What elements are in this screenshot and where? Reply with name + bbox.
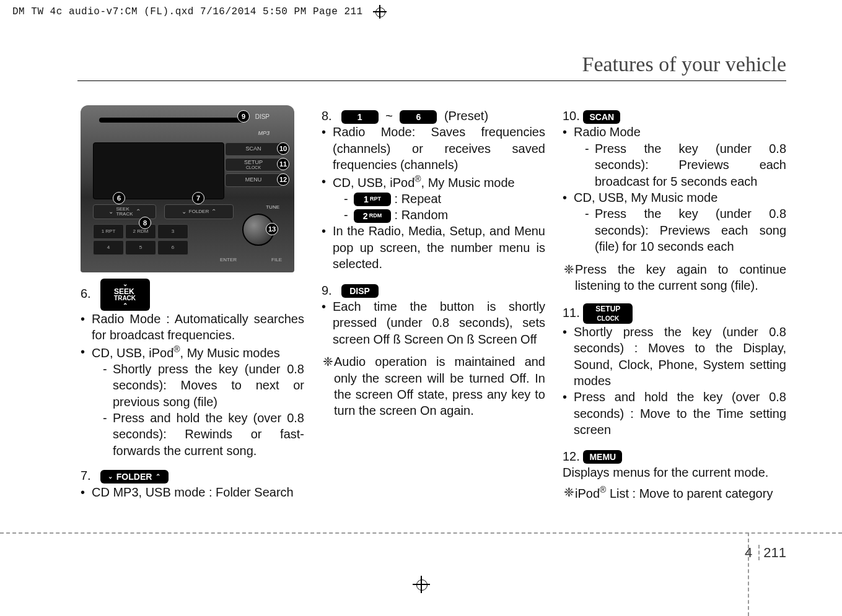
item-8-rdm: 2RDM : Random	[344, 207, 545, 223]
preset-1-key: 1	[341, 110, 379, 124]
unit-folder-button: ⌄ FOLDER ⌃	[164, 204, 234, 219]
rpt-key: 1RPT	[354, 193, 391, 206]
callout-9: 9	[237, 110, 250, 123]
item-10-bullet-b: CD, USB, My Music mode Press the key (un…	[563, 189, 786, 255]
column-2: 8. 1 ~ 6 (Preset) Radio Mode: Saves freq…	[322, 105, 545, 506]
unit-btn-3: 3	[157, 224, 188, 239]
text: iPod	[575, 487, 600, 500]
text: List : Move to parent category	[606, 487, 773, 500]
item-6b-dash-2: Press and hold the key (over 0.8 seconds…	[103, 410, 304, 459]
item-8-number: 8.	[322, 108, 338, 124]
unit-file-label: FILE	[271, 257, 282, 264]
item-11-bullet-a: Shortly press the key (under 0.8 seconds…	[563, 324, 786, 389]
disc-slot	[99, 118, 245, 123]
print-mark: DM TW 4c audio-v7:CM (FL).qxd 7/16/2014 …	[12, 5, 387, 19]
item-8-bullet-a: Radio Mode: Saves frequencies (channels)…	[322, 124, 545, 173]
crop-mark-top	[373, 5, 387, 19]
folder-key: ⌄ FOLDER ⌃	[100, 470, 169, 484]
item-10-note: ❈ Press the key again to continue listen…	[563, 261, 786, 294]
chevron-up-icon: ⌃	[156, 472, 160, 480]
text: , My Music modes	[180, 345, 280, 359]
text: RPT	[370, 196, 381, 203]
item-11-number: 11.	[563, 305, 580, 321]
text: 1	[364, 194, 369, 205]
item-11-bullet-b: Press and hold the key (over 0.8 seconds…	[563, 389, 786, 438]
text: RDM	[369, 212, 382, 220]
title-rule	[77, 80, 786, 81]
seek-track-key: ⌄ SEEK TRACK ⌃	[100, 279, 150, 311]
setup-clock-key: SETUP CLOCK	[583, 303, 633, 324]
callout-13: 13	[266, 223, 278, 235]
chevron-down-icon: ⌄	[108, 472, 113, 480]
unit-btn-4: 4	[93, 240, 124, 255]
unit-folder-label: FOLDER	[189, 209, 209, 215]
unit-btn-5: 5	[125, 240, 156, 255]
column-1: DISP MP3 SCAN SETUP CLOCK MENU ⌄ SEEK TR…	[81, 105, 304, 506]
note-icon: ❈	[563, 484, 575, 500]
item-10-bullet-a: Radio Mode Press the key (under 0.8 seco…	[563, 124, 786, 189]
item-9-bullet: Each time the button is shortly pressed …	[322, 298, 545, 347]
item-8-bullet-c: In the Radio, Media, Setup, and Menu pop…	[322, 223, 545, 272]
note-text: Audio operation is maintained and only t…	[334, 355, 545, 417]
print-mark-text: DM TW 4c audio-v7:CM (FL).qxd 7/16/2014 …	[12, 6, 363, 17]
item-10a-dash: Press the key (under 0.8 seconds): Previ…	[585, 141, 786, 189]
rdm-key: 2RDM	[354, 209, 391, 223]
unit-btn-1: 1 RPT	[93, 224, 124, 239]
item-6b-dash-1: Shortly press the key (under 0.8 seconds…	[103, 361, 304, 410]
note-icon: ❈	[322, 354, 334, 370]
tilde: ~	[385, 109, 393, 123]
text: CD, USB, iPod	[333, 175, 414, 189]
text: Radio Mode	[574, 125, 641, 139]
callout-12: 12	[277, 173, 289, 186]
item-12-number: 12.	[563, 448, 580, 464]
callout-10: 10	[277, 142, 289, 155]
setup-key-l1: SETUP	[595, 305, 620, 315]
unit-screen	[93, 142, 224, 199]
text: : Repeat	[395, 192, 442, 206]
text: : Random	[395, 208, 449, 222]
page-number: 4211	[745, 545, 786, 561]
registered-mark: ®	[600, 485, 606, 495]
scan-key: SCAN	[583, 110, 620, 124]
chevron-up-icon: ⌃	[211, 207, 216, 215]
unit-scan-button: SCAN	[225, 142, 282, 156]
column-3: 10. SCAN Radio Mode Press the key (under…	[563, 105, 786, 506]
chevron-up-icon: ⌃	[136, 207, 141, 215]
item-8-header: 8. 1 ~ 6 (Preset)	[322, 108, 545, 124]
item-11-header: 11. SETUP CLOCK	[563, 303, 786, 324]
chevron-up-icon: ⌃	[123, 301, 128, 310]
text: CD, USB, My Music mode	[574, 191, 717, 204]
audio-unit-figure: DISP MP3 SCAN SETUP CLOCK MENU ⌄ SEEK TR…	[81, 105, 294, 272]
item-7-bullet: CD MP3, USB mode : Folder Search	[81, 484, 304, 500]
unit-disp-label: DISP	[255, 113, 270, 121]
item-7-header: 7. ⌄ FOLDER ⌃	[81, 467, 304, 484]
text: , My Music mode	[421, 175, 515, 189]
page-number-value: 211	[763, 545, 786, 560]
section-number: 4	[745, 545, 760, 560]
item-9-note: ❈ Audio operation is maintained and only…	[322, 354, 545, 419]
item-7-number: 7.	[81, 467, 97, 484]
setup-key-l2: CLOCK	[597, 315, 620, 323]
content-columns: DISP MP3 SCAN SETUP CLOCK MENU ⌄ SEEK TR…	[81, 105, 786, 506]
unit-setup-button: SETUP CLOCK	[225, 158, 282, 171]
item-9-number: 9.	[322, 282, 338, 298]
item-6-number: 6.	[81, 285, 97, 301]
folder-key-label: FOLDER	[116, 471, 152, 482]
footer-rule	[0, 532, 842, 534]
item-10-header: 10. SCAN	[563, 108, 786, 124]
crop-mark-bottom	[413, 576, 430, 596]
unit-menu-button: MENU	[225, 173, 282, 187]
text: CD, USB, iPod	[92, 345, 173, 359]
callout-8: 8	[139, 217, 151, 229]
item-8-bullet-b: CD, USB, iPod®, My Music mode 1RPT : Rep…	[322, 173, 545, 223]
callout-6: 6	[113, 192, 125, 204]
item-9-header: 9. DISP	[322, 282, 545, 298]
registered-mark: ®	[414, 174, 421, 184]
unit-mp3-label: MP3	[258, 130, 270, 137]
item-10-number: 10.	[563, 108, 580, 124]
chevron-down-icon: ⌄	[182, 207, 186, 215]
item-12-header: 12. MEMU	[563, 448, 786, 464]
item-12-note: ❈ iPod® List : Move to parent category	[563, 484, 786, 501]
item-6-bullet-b: CD, USB, iPod®, My Music modes Shortly p…	[81, 344, 304, 459]
item-6-header: 6. ⌄ SEEK TRACK ⌃	[81, 279, 304, 311]
